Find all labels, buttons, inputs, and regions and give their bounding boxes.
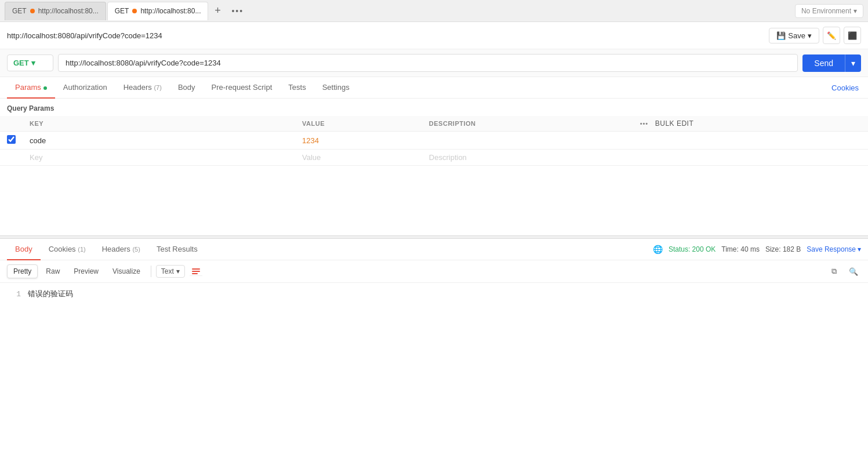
tab-2-method: GET — [115, 7, 129, 15]
wrap-icon-button[interactable] — [190, 267, 202, 276]
empty-row-key[interactable]: Key — [23, 150, 295, 166]
row-description[interactable] — [422, 132, 633, 150]
method-chevron-icon: ▾ — [31, 59, 35, 67]
new-tab-button[interactable]: + — [209, 3, 226, 19]
copy-button[interactable]: ⬛ — [844, 27, 861, 44]
res-tab-test-results[interactable]: Test Results — [148, 239, 206, 260]
copy-icon: ⬛ — [848, 31, 857, 40]
th-key: KEY — [23, 116, 295, 132]
send-button[interactable]: Send ▾ — [802, 54, 861, 72]
th-checkbox — [0, 116, 23, 132]
tab-1[interactable]: GET http://localhost:80... — [5, 2, 106, 20]
wrap-line-1 — [192, 268, 200, 270]
row-actions — [633, 132, 868, 150]
request-title: http://localhost:8080/api/vrifyCode?code… — [7, 31, 162, 40]
response-body: 1错误的验证码 — [0, 283, 868, 305]
response-status-bar: 🌐 Status: 200 OK Time: 40 ms Size: 182 B… — [653, 245, 861, 254]
res-tab-cookies-label: Cookies — [49, 245, 76, 253]
text-format-selector[interactable]: Text ▾ — [156, 265, 185, 278]
save-response-button[interactable]: Save Response ▾ — [807, 245, 861, 253]
edit-button[interactable]: ✏️ — [823, 27, 840, 44]
edit-icon: ✏️ — [827, 31, 836, 40]
url-input[interactable] — [58, 54, 798, 72]
th-actions: ••• Bulk Edit — [633, 116, 868, 132]
tab-2[interactable]: GET http://localhost:80... — [107, 2, 209, 20]
row-checkbox[interactable] — [7, 135, 16, 144]
res-cookies-count: (1) — [78, 246, 85, 253]
res-tab-headers[interactable]: Headers (5) — [94, 239, 148, 260]
save-button[interactable]: 💾 Save ▾ — [769, 28, 819, 43]
format-preview-button[interactable]: Preview — [68, 265, 104, 278]
tab-params-label: Params — [15, 83, 41, 92]
cookies-link[interactable]: Cookies — [831, 83, 859, 92]
res-tab-cookies[interactable]: Cookies (1) — [41, 239, 94, 260]
tab-pre-request-label: Pre-request Script — [212, 83, 273, 92]
send-button-label: Send — [802, 54, 845, 72]
size-label: Size: 182 B — [765, 245, 801, 253]
response-content: 错误的验证码 — [28, 290, 73, 299]
url-title-bar: http://localhost:8080/api/vrifyCode?code… — [0, 22, 868, 49]
tab-2-url: http://localhost:80... — [140, 7, 201, 15]
tab-headers[interactable]: Headers (7) — [115, 77, 170, 99]
format-bar: Pretty Raw Preview Visualize Text ▾ ⧉ 🔍 — [0, 260, 868, 283]
env-chevron-icon: ▾ — [854, 7, 857, 15]
time-label: Time: 40 ms — [721, 245, 760, 253]
tab-tests-label: Tests — [288, 83, 306, 92]
headers-count: (7) — [154, 84, 161, 91]
copy-icon: ⧉ — [831, 267, 837, 276]
bulk-edit-button[interactable]: Bulk Edit — [655, 119, 694, 128]
wrap-line-3 — [192, 273, 198, 274]
copy-response-button[interactable]: ⧉ — [826, 264, 841, 279]
tab-params[interactable]: Params — [7, 77, 55, 99]
row-value[interactable]: 1234 — [295, 132, 422, 150]
format-visualize-button[interactable]: Visualize — [107, 265, 146, 278]
tab-body-label: Body — [178, 83, 195, 92]
tab-authorization[interactable]: Authorization — [55, 77, 115, 99]
res-tab-body-label: Body — [15, 245, 32, 253]
res-tab-body[interactable]: Body — [7, 239, 41, 260]
wrap-line-2 — [192, 271, 200, 272]
row-checkbox-cell — [0, 132, 23, 150]
env-label: No Environment — [801, 7, 851, 15]
table-more-dots[interactable]: ••• — [640, 120, 649, 127]
tab-headers-label: Headers — [124, 83, 152, 92]
th-value: VALUE — [295, 116, 422, 132]
send-dropdown-icon[interactable]: ▾ — [845, 54, 861, 72]
tab-settings[interactable]: Settings — [314, 77, 358, 99]
format-right-actions: ⧉ 🔍 — [826, 264, 861, 279]
tab-pre-request[interactable]: Pre-request Script — [204, 77, 281, 99]
empty-row-description[interactable]: Description — [422, 150, 633, 166]
response-tabs-bar: Body Cookies (1) Headers (5) Test Result… — [0, 239, 868, 260]
params-table: KEY VALUE DESCRIPTION ••• Bulk Edit code… — [0, 116, 868, 166]
wrap-lines-icon — [190, 267, 202, 275]
table-row: code 1234 — [0, 132, 868, 150]
tab-bar: GET http://localhost:80... GET http://lo… — [0, 0, 868, 22]
format-raw-button[interactable]: Raw — [40, 265, 66, 278]
text-format-label: Text — [161, 267, 174, 275]
tab-1-method: GET — [12, 7, 27, 15]
text-format-chevron-icon: ▾ — [176, 267, 180, 275]
tabs-more-button[interactable]: ••• — [227, 4, 248, 18]
tab-2-dot — [132, 9, 137, 13]
request-bar: GET ▾ Send ▾ — [0, 49, 868, 77]
search-response-button[interactable]: 🔍 — [846, 264, 861, 279]
tab-tests[interactable]: Tests — [280, 77, 314, 99]
table-row-empty: Key Value Description — [0, 150, 868, 166]
key-placeholder: Key — [30, 153, 42, 162]
description-placeholder: Description — [429, 153, 467, 162]
save-label: Save — [788, 31, 805, 40]
tab-body[interactable]: Body — [170, 77, 204, 99]
method-label: GET — [13, 59, 29, 67]
environment-selector[interactable]: No Environment ▾ — [795, 4, 863, 18]
value-placeholder: Value — [302, 153, 321, 162]
row-key[interactable]: code — [23, 132, 295, 150]
cookies-link-container: Cookies — [831, 83, 861, 92]
save-chevron-icon: ▾ — [808, 31, 812, 40]
res-tab-test-results-label: Test Results — [157, 245, 198, 253]
params-dot — [43, 86, 47, 90]
tab-authorization-label: Authorization — [63, 83, 107, 92]
method-selector[interactable]: GET ▾ — [7, 54, 53, 71]
format-divider — [151, 266, 151, 277]
format-pretty-button[interactable]: Pretty — [7, 264, 38, 278]
empty-row-value[interactable]: Value — [295, 150, 422, 166]
